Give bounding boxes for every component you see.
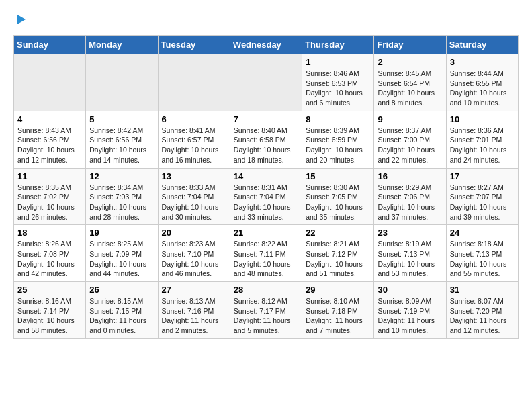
weekday-header-tuesday: Tuesday <box>158 36 230 54</box>
calendar-cell: 8Sunrise: 8:39 AM Sunset: 6:59 PM Daylig… <box>302 111 374 168</box>
calendar-header: SundayMondayTuesdayWednesdayThursdayFrid… <box>14 36 519 54</box>
calendar-cell: 26Sunrise: 8:15 AM Sunset: 7:15 PM Dayli… <box>86 282 158 339</box>
calendar-cell: 29Sunrise: 8:10 AM Sunset: 7:18 PM Dayli… <box>302 282 374 339</box>
calendar-cell: 31Sunrise: 8:07 AM Sunset: 7:20 PM Dayli… <box>446 282 518 339</box>
day-info: Sunrise: 8:19 AM Sunset: 7:13 PM Dayligh… <box>378 239 442 279</box>
day-info: Sunrise: 8:45 AM Sunset: 6:54 PM Dayligh… <box>378 68 442 108</box>
day-number: 15 <box>306 171 370 181</box>
logo-arrow-icon <box>15 13 27 26</box>
day-number: 12 <box>89 171 154 181</box>
day-info: Sunrise: 8:43 AM Sunset: 6:56 PM Dayligh… <box>17 126 82 165</box>
day-info: Sunrise: 8:39 AM Sunset: 6:59 PM Dayligh… <box>306 126 370 165</box>
day-info: Sunrise: 8:16 AM Sunset: 7:14 PM Dayligh… <box>17 296 82 336</box>
calendar-cell: 9Sunrise: 8:37 AM Sunset: 7:00 PM Daylig… <box>374 111 446 168</box>
calendar-cell: 19Sunrise: 8:25 AM Sunset: 7:09 PM Dayli… <box>86 225 158 282</box>
weekday-header-friday: Friday <box>374 36 446 54</box>
calendar-cell: 21Sunrise: 8:22 AM Sunset: 7:11 PM Dayli… <box>230 225 302 282</box>
day-info: Sunrise: 8:12 AM Sunset: 7:17 PM Dayligh… <box>234 296 298 336</box>
day-number: 26 <box>89 285 154 295</box>
svg-marker-0 <box>17 15 26 24</box>
header <box>13 13 519 24</box>
calendar-cell: 16Sunrise: 8:29 AM Sunset: 7:06 PM Dayli… <box>374 168 446 225</box>
calendar-cell: 27Sunrise: 8:13 AM Sunset: 7:16 PM Dayli… <box>158 282 230 339</box>
day-number: 13 <box>162 171 226 181</box>
calendar-cell: 1Sunrise: 8:46 AM Sunset: 6:53 PM Daylig… <box>302 54 374 111</box>
day-number: 1 <box>306 57 370 67</box>
day-number: 2 <box>378 57 442 67</box>
calendar-body: 1Sunrise: 8:46 AM Sunset: 6:53 PM Daylig… <box>14 54 519 339</box>
day-info: Sunrise: 8:22 AM Sunset: 7:11 PM Dayligh… <box>234 239 298 279</box>
day-info: Sunrise: 8:34 AM Sunset: 7:03 PM Dayligh… <box>89 183 154 222</box>
calendar-cell: 3Sunrise: 8:44 AM Sunset: 6:55 PM Daylig… <box>446 54 518 111</box>
calendar-cell: 15Sunrise: 8:30 AM Sunset: 7:05 PM Dayli… <box>302 168 374 225</box>
day-info: Sunrise: 8:36 AM Sunset: 7:01 PM Dayligh… <box>450 126 515 165</box>
logo <box>13 13 27 24</box>
day-number: 21 <box>234 228 298 238</box>
day-info: Sunrise: 8:29 AM Sunset: 7:06 PM Dayligh… <box>378 183 442 222</box>
calendar-cell: 14Sunrise: 8:31 AM Sunset: 7:04 PM Dayli… <box>230 168 302 225</box>
calendar-cell: 30Sunrise: 8:09 AM Sunset: 7:19 PM Dayli… <box>374 282 446 339</box>
day-info: Sunrise: 8:07 AM Sunset: 7:20 PM Dayligh… <box>450 296 515 336</box>
day-number: 6 <box>162 114 226 124</box>
day-info: Sunrise: 8:37 AM Sunset: 7:00 PM Dayligh… <box>378 126 442 165</box>
day-number: 28 <box>234 285 298 295</box>
day-number: 30 <box>378 285 442 295</box>
day-number: 19 <box>89 228 154 238</box>
day-number: 29 <box>306 285 370 295</box>
day-number: 24 <box>450 228 515 238</box>
calendar-week-1: 4Sunrise: 8:43 AM Sunset: 6:56 PM Daylig… <box>14 111 519 168</box>
weekday-header-wednesday: Wednesday <box>230 36 302 54</box>
day-number: 7 <box>234 114 298 124</box>
day-number: 11 <box>17 171 82 181</box>
day-info: Sunrise: 8:10 AM Sunset: 7:18 PM Dayligh… <box>306 296 370 336</box>
day-number: 4 <box>17 114 82 124</box>
day-info: Sunrise: 8:09 AM Sunset: 7:19 PM Dayligh… <box>378 296 442 336</box>
day-number: 31 <box>450 285 515 295</box>
calendar-cell <box>86 54 158 111</box>
calendar-cell: 10Sunrise: 8:36 AM Sunset: 7:01 PM Dayli… <box>446 111 518 168</box>
day-number: 23 <box>378 228 442 238</box>
calendar-week-2: 11Sunrise: 8:35 AM Sunset: 7:02 PM Dayli… <box>14 168 519 225</box>
calendar-cell: 5Sunrise: 8:42 AM Sunset: 6:56 PM Daylig… <box>86 111 158 168</box>
calendar-cell: 17Sunrise: 8:27 AM Sunset: 7:07 PM Dayli… <box>446 168 518 225</box>
day-info: Sunrise: 8:33 AM Sunset: 7:04 PM Dayligh… <box>162 183 226 222</box>
calendar-cell: 6Sunrise: 8:41 AM Sunset: 6:57 PM Daylig… <box>158 111 230 168</box>
calendar-cell: 12Sunrise: 8:34 AM Sunset: 7:03 PM Dayli… <box>86 168 158 225</box>
day-info: Sunrise: 8:44 AM Sunset: 6:55 PM Dayligh… <box>450 68 515 108</box>
weekday-header-saturday: Saturday <box>446 36 518 54</box>
day-info: Sunrise: 8:27 AM Sunset: 7:07 PM Dayligh… <box>450 183 515 222</box>
day-number: 20 <box>162 228 226 238</box>
day-number: 27 <box>162 285 226 295</box>
calendar-week-4: 25Sunrise: 8:16 AM Sunset: 7:14 PM Dayli… <box>14 282 519 339</box>
day-info: Sunrise: 8:21 AM Sunset: 7:12 PM Dayligh… <box>306 239 370 279</box>
calendar-cell: 28Sunrise: 8:12 AM Sunset: 7:17 PM Dayli… <box>230 282 302 339</box>
day-info: Sunrise: 8:30 AM Sunset: 7:05 PM Dayligh… <box>306 183 370 222</box>
day-info: Sunrise: 8:18 AM Sunset: 7:13 PM Dayligh… <box>450 239 515 279</box>
calendar-cell <box>230 54 302 111</box>
day-info: Sunrise: 8:40 AM Sunset: 6:58 PM Dayligh… <box>234 126 298 165</box>
day-number: 10 <box>450 114 515 124</box>
calendar-week-3: 18Sunrise: 8:26 AM Sunset: 7:08 PM Dayli… <box>14 225 519 282</box>
calendar-cell: 13Sunrise: 8:33 AM Sunset: 7:04 PM Dayli… <box>158 168 230 225</box>
calendar-cell: 7Sunrise: 8:40 AM Sunset: 6:58 PM Daylig… <box>230 111 302 168</box>
calendar-cell: 22Sunrise: 8:21 AM Sunset: 7:12 PM Dayli… <box>302 225 374 282</box>
calendar-table: SundayMondayTuesdayWednesdayThursdayFrid… <box>13 35 519 339</box>
day-info: Sunrise: 8:35 AM Sunset: 7:02 PM Dayligh… <box>17 183 82 222</box>
day-number: 8 <box>306 114 370 124</box>
day-number: 9 <box>378 114 442 124</box>
weekday-header-sunday: Sunday <box>14 36 86 54</box>
weekday-header-thursday: Thursday <box>302 36 374 54</box>
day-number: 18 <box>17 228 82 238</box>
day-number: 16 <box>378 171 442 181</box>
calendar-cell: 11Sunrise: 8:35 AM Sunset: 7:02 PM Dayli… <box>14 168 86 225</box>
calendar-week-0: 1Sunrise: 8:46 AM Sunset: 6:53 PM Daylig… <box>14 54 519 111</box>
day-number: 22 <box>306 228 370 238</box>
day-number: 3 <box>450 57 515 67</box>
calendar-cell: 2Sunrise: 8:45 AM Sunset: 6:54 PM Daylig… <box>374 54 446 111</box>
calendar-cell <box>158 54 230 111</box>
day-info: Sunrise: 8:42 AM Sunset: 6:56 PM Dayligh… <box>89 126 154 165</box>
day-info: Sunrise: 8:25 AM Sunset: 7:09 PM Dayligh… <box>89 239 154 279</box>
day-number: 5 <box>89 114 154 124</box>
calendar-cell: 23Sunrise: 8:19 AM Sunset: 7:13 PM Dayli… <box>374 225 446 282</box>
day-info: Sunrise: 8:23 AM Sunset: 7:10 PM Dayligh… <box>162 239 226 279</box>
